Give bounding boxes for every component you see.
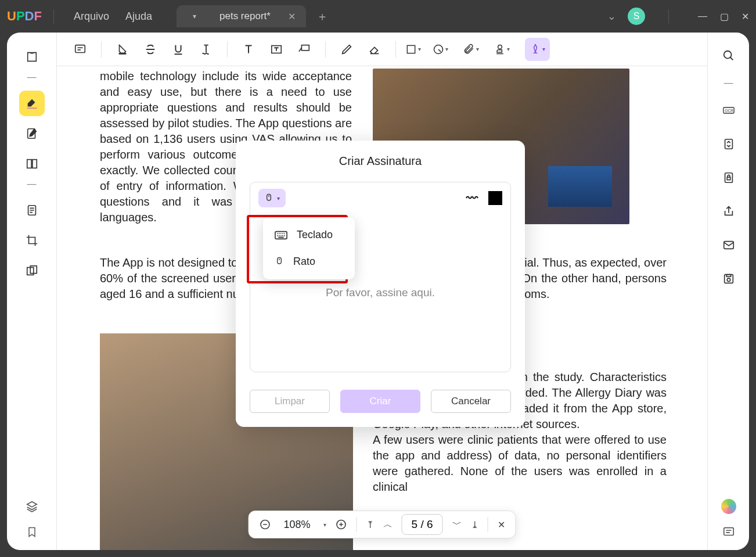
annotation-button[interactable] [19, 91, 45, 116]
maximize-icon[interactable]: ▢ [720, 11, 729, 22]
svg-point-12 [498, 45, 502, 49]
highlight-tool[interactable] [111, 38, 134, 61]
pages-button[interactable] [19, 151, 45, 177]
svg-rect-9 [301, 45, 309, 50]
dropdown-item-keyboard[interactable]: Teclado [263, 222, 355, 248]
svg-rect-7 [75, 45, 85, 52]
app-body: — — ▾ ▾ ▾ ▾ ▾ mobile technology in [7, 33, 749, 550]
zoom-out-icon[interactable] [259, 519, 271, 530]
svg-rect-19 [725, 173, 732, 183]
layers-icon[interactable] [26, 500, 38, 513]
signature-dialog: Criar Assinatura ▾ 〰 Teclado [236, 141, 525, 427]
prev-page-icon[interactable]: ︿ [383, 519, 393, 531]
right-sidebar: — OCR [707, 33, 749, 550]
annotation-toolbar: ▾ ▾ ▾ ▾ ▾ [57, 33, 707, 66]
attachment-tool[interactable]: ▾ [463, 44, 479, 55]
forms-button[interactable] [19, 197, 45, 223]
dropdown-item-mouse[interactable]: Rato [263, 248, 355, 275]
more-icon: — [724, 78, 733, 88]
dialog-title: Criar Assinatura [250, 154, 511, 168]
color-swatch[interactable] [488, 191, 502, 205]
svg-rect-2 [27, 160, 31, 168]
svg-point-23 [727, 278, 730, 282]
svg-rect-20 [727, 177, 730, 180]
sticker-tool[interactable]: ▾ [433, 44, 448, 55]
chevron-down-icon[interactable]: ⌄ [607, 10, 616, 23]
compare-button[interactable] [19, 258, 45, 283]
more-icon: — [27, 179, 37, 189]
titlebar: UPDF Arquivo Ajuda ▾ pets report* ✕ ＋ ⌄ … [0, 0, 756, 33]
svg-rect-18 [725, 139, 732, 149]
clear-button[interactable]: Limpar [250, 390, 330, 413]
svg-rect-28 [278, 257, 282, 264]
more-icon: — [27, 72, 37, 82]
reader-mode-button[interactable] [19, 44, 45, 70]
app-logo: UPDF [7, 9, 42, 24]
stamp-tool[interactable]: ▾ [494, 44, 510, 55]
menu-file[interactable]: Arquivo [66, 7, 117, 26]
signature-mode-button[interactable]: ▾ [258, 189, 286, 207]
shape-tool[interactable]: ▾ [405, 44, 421, 55]
signature-mode-dropdown: Teclado Rato [263, 217, 355, 279]
strikethrough-tool[interactable] [139, 38, 162, 61]
close-pager-icon[interactable]: ✕ [498, 519, 505, 530]
svg-rect-26 [267, 194, 271, 200]
svg-point-15 [723, 51, 731, 59]
zoom-in-icon[interactable] [336, 519, 347, 530]
underline-tool[interactable] [167, 38, 190, 61]
protect-icon[interactable] [717, 166, 740, 189]
callout-tool[interactable] [293, 38, 316, 61]
dropdown-label: Teclado [297, 229, 333, 241]
edit-button[interactable] [19, 121, 45, 146]
last-page-icon[interactable]: ⤓ [471, 519, 478, 530]
left-sidebar: — — [7, 33, 57, 550]
svg-rect-24 [726, 275, 730, 277]
svg-rect-10 [407, 45, 415, 53]
eraser-tool[interactable] [363, 38, 386, 61]
share-icon[interactable] [717, 200, 740, 223]
squiggly-tool[interactable] [195, 38, 218, 61]
mouse-icon [275, 255, 284, 268]
user-avatar[interactable]: S [628, 8, 645, 25]
page-indicator[interactable]: 5 / 6 [402, 514, 443, 535]
svg-rect-3 [32, 160, 36, 168]
note-tool[interactable] [69, 38, 92, 61]
next-page-icon[interactable]: ﹀ [452, 519, 462, 531]
crop-button[interactable] [19, 228, 45, 253]
first-page-icon[interactable]: ⤒ [366, 519, 374, 530]
page-controls: 108% ▾ ⤒ ︿ 5 / 6 ﹀ ⤓ ✕ [248, 511, 516, 538]
svg-rect-0 [27, 107, 37, 109]
email-icon[interactable] [717, 233, 740, 257]
tab-title: pets report* [219, 10, 271, 22]
dropdown-label: Rato [293, 256, 315, 268]
pencil-tool[interactable] [335, 38, 358, 61]
comment-icon[interactable] [722, 526, 735, 538]
add-tab-icon[interactable]: ＋ [316, 9, 328, 24]
tab-dropdown-icon[interactable]: ▾ [187, 10, 202, 23]
ocr-icon[interactable]: OCR [717, 99, 740, 122]
svg-rect-27 [275, 231, 287, 239]
save-icon[interactable] [717, 267, 740, 290]
search-icon[interactable] [717, 44, 740, 67]
keyboard-icon [275, 231, 287, 240]
svg-rect-25 [723, 528, 733, 536]
convert-icon[interactable] [717, 132, 740, 156]
close-window-icon[interactable]: ✕ [741, 11, 749, 22]
close-icon[interactable]: ✕ [288, 11, 296, 22]
menu-help[interactable]: Ajuda [117, 7, 160, 26]
signature-tool[interactable]: ▾ [525, 38, 550, 61]
ai-icon[interactable] [721, 499, 736, 514]
create-button[interactable]: Criar [340, 390, 420, 413]
bookmark-icon[interactable] [26, 526, 38, 538]
textbox-tool[interactable] [265, 38, 288, 61]
text-tool[interactable] [237, 38, 260, 61]
document-tab[interactable]: ▾ pets report* ✕ [177, 5, 306, 27]
svg-text:OCR: OCR [725, 109, 733, 113]
minimize-icon[interactable]: — [698, 11, 707, 22]
zoom-level: 108% [280, 519, 314, 531]
cancel-button[interactable]: Cancelar [431, 390, 511, 413]
zoom-dropdown-icon[interactable]: ▾ [323, 522, 326, 528]
stroke-style-icon[interactable]: 〰 [466, 192, 478, 205]
